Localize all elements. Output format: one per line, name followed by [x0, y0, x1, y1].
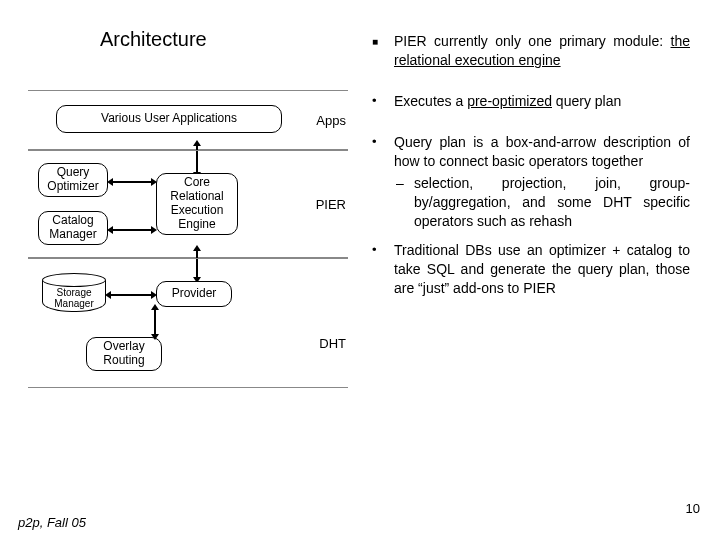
layer-label-pier: PIER — [316, 197, 346, 212]
bullet-3: • Query plan is a box-and-arrow descript… — [370, 133, 690, 231]
page-number: 10 — [686, 501, 700, 516]
arrow-qo-core — [112, 181, 152, 183]
cylinder-storage-manager: Storage Manager — [42, 273, 106, 315]
footer-text: p2p, Fall 05 — [18, 515, 86, 530]
layer-pier: Query Optimizer Catalog Manager Core Rel… — [28, 150, 348, 258]
bullet-4: • Traditional DBs use an optimizer + cat… — [370, 241, 690, 298]
bullet-3-sub: – selection, projection, join, group-by/… — [394, 174, 690, 231]
architecture-diagram: Various User Applications Apps Query Opt… — [28, 90, 348, 460]
bullet-4-text: Traditional DBs use an optimizer + catal… — [394, 242, 690, 296]
dot-bullet-icon: • — [372, 133, 377, 151]
bullet-2-post: query plan — [552, 93, 621, 109]
bullet-3-text: Query plan is a box-and-arrow descriptio… — [394, 134, 690, 169]
dash-bullet-icon: – — [396, 174, 404, 193]
layer-label-dht: DHT — [319, 336, 346, 351]
bullet-3-sub-text: selection, projection, join, group-by/ag… — [414, 175, 690, 229]
box-overlay-routing: Overlay Routing — [86, 337, 162, 371]
box-catalog-manager: Catalog Manager — [38, 211, 108, 245]
layer-apps: Various User Applications Apps — [28, 90, 348, 150]
bullet-2-underlined: pre-optimized — [467, 93, 552, 109]
bullet-1: ■ PIER currently only one primary module… — [370, 32, 690, 70]
square-bullet-icon: ■ — [372, 35, 378, 49]
dot-bullet-icon: • — [372, 241, 377, 259]
box-core-engine: Core Relational Execution Engine — [156, 173, 238, 235]
arrow-storage-provider — [110, 294, 152, 296]
box-user-applications: Various User Applications — [56, 105, 282, 133]
bullet-2-pre: Executes a — [394, 93, 467, 109]
box-query-optimizer: Query Optimizer — [38, 163, 108, 197]
layer-label-apps: Apps — [316, 113, 346, 128]
bullet-1-text: PIER currently only one primary module: — [394, 33, 671, 49]
slide-title: Architecture — [100, 28, 207, 51]
bullet-2: • Executes a pre-optimized query plan — [370, 92, 690, 111]
slide: Architecture Various User Applications A… — [0, 0, 720, 540]
layer-dht: Storage Manager Provider Overlay Routing… — [28, 258, 348, 388]
box-provider: Provider — [156, 281, 232, 307]
arrow-provider-overlay — [154, 309, 156, 335]
bullet-list: ■ PIER currently only one primary module… — [370, 32, 690, 320]
arrow-cm-core — [112, 229, 152, 231]
dot-bullet-icon: • — [372, 92, 377, 110]
